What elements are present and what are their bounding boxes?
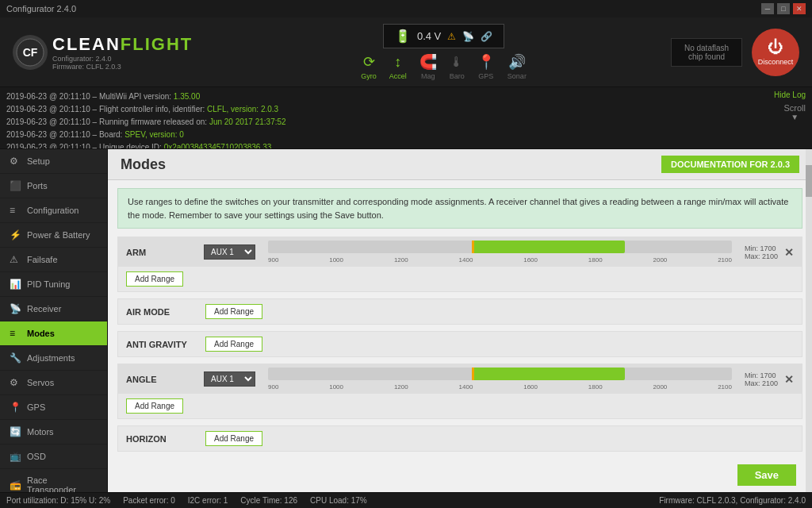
nav-icon: 📺: [10, 451, 21, 462]
scrollbar-track[interactable]: [806, 149, 812, 492]
nav-label: Race Transponder: [27, 475, 98, 492]
scrollbar-thumb[interactable]: [806, 165, 812, 197]
sensor-gyro: ⟳Gyro: [361, 53, 377, 80]
hide-log-button[interactable]: Hide Log: [774, 90, 806, 99]
cycle-time: Cycle Time: 126: [240, 496, 297, 505]
range-max: Max: 2100: [745, 252, 778, 260]
header-right: No dataflash chip found ⏻ Disconnect: [671, 29, 799, 76]
sidebar-item-failsafe[interactable]: ⚠Failsafe: [0, 248, 107, 272]
nav-label: Receiver: [27, 304, 61, 314]
sensor-icon: 🌡: [450, 54, 464, 71]
nav-icon: ⬛: [10, 180, 21, 191]
scale-label: 1400: [459, 383, 473, 391]
logo-text: CLEAN FLIGHT Configurator: 2.4.0 Firmwar…: [52, 34, 193, 71]
scroll-down-icon[interactable]: ▼: [783, 113, 806, 121]
sidebar-item-motors[interactable]: 🔄Motors: [0, 420, 107, 444]
nav-label: Servos: [27, 378, 54, 387]
info-box: Use ranges to define the switches on you…: [117, 188, 802, 229]
sidebar-item-ports[interactable]: ⬛Ports: [0, 174, 107, 198]
sidebar-item-osd[interactable]: 📺OSD: [0, 444, 107, 469]
sensor-label: GPS: [478, 72, 493, 80]
nav-label: GPS: [27, 402, 45, 412]
sidebar-item-setup[interactable]: ⚙Setup: [0, 149, 107, 174]
add-range-button[interactable]: Add Range: [126, 398, 183, 414]
sidebar-item-power-&-battery[interactable]: ⚡Power & Battery: [0, 223, 107, 248]
mode-add-row: Add Range: [118, 394, 802, 418]
sensor-mag: 🧲Mag: [419, 53, 437, 80]
link-icon: 🔗: [481, 31, 492, 42]
sidebar-item-receiver[interactable]: 📡Receiver: [0, 297, 107, 321]
sidebar-item-servos[interactable]: ⚙Servos: [0, 371, 107, 395]
log-entry-1: 2019-06-23 @ 20:11:10 – MultiWii API ver…: [6, 90, 806, 103]
add-range-button[interactable]: Add Range: [205, 431, 262, 446]
mode-name: ARM: [126, 248, 197, 257]
mode-name: ANTI GRAVITY: [126, 340, 197, 349]
sensor-accel: ↕Accel: [389, 54, 407, 80]
mode-close-button[interactable]: ✕: [784, 373, 794, 386]
add-range-button[interactable]: Add Range: [126, 271, 183, 287]
scroll-control[interactable]: Scroll ▼: [783, 103, 806, 121]
slider-track[interactable]: [268, 241, 732, 253]
nav-icon: ⚠: [10, 254, 21, 265]
sidebar-item-race-transponder[interactable]: 📻Race Transponder: [0, 469, 107, 492]
nav-icon: ≡: [10, 205, 21, 216]
aux-select[interactable]: AUX 1AUX 2AUX 3: [204, 244, 255, 260]
main-content[interactable]: Modes DOCUMENTATION FOR 2.0.3 Use ranges…: [108, 149, 812, 492]
sensor-label: Baro: [450, 72, 465, 80]
battery-icon: 🔋: [395, 29, 411, 44]
nav-label: Modes: [27, 329, 55, 338]
statusbar: Port utilization: D: 15% U: 2% Packet er…: [0, 492, 812, 508]
modes-container: ARM AUX 1AUX 2AUX 3 90010001200140016001…: [108, 237, 812, 452]
nav-icon: 📊: [10, 279, 21, 290]
range-min: Min: 1700: [745, 244, 778, 252]
logo-sub2: Firmware: CLFL 2.0.3: [52, 63, 193, 71]
app: CF CLEAN FLIGHT Configurator: 2.4.0 Firm…: [0, 17, 812, 508]
close-button[interactable]: ✕: [793, 3, 806, 14]
scale-label: 900: [268, 383, 278, 391]
sidebar-item-gps[interactable]: 📍GPS: [0, 395, 107, 420]
slider-minmax: Min: 1700 Max: 2100: [745, 371, 778, 387]
nav-label: Power & Battery: [27, 230, 90, 240]
sensor-icon: 📍: [477, 53, 495, 71]
mode-arm: ARM AUX 1AUX 2AUX 3 90010001200140016001…: [117, 237, 802, 292]
page-title: Modes: [121, 156, 166, 173]
documentation-button[interactable]: DOCUMENTATION FOR 2.0.3: [661, 156, 799, 173]
add-range-button[interactable]: Add Range: [205, 337, 262, 352]
sidebar-item-pid-tuning[interactable]: 📊PID Tuning: [0, 272, 107, 297]
sensor-sonar: 🔊Sonar: [508, 53, 527, 80]
sidebar-item-configuration[interactable]: ≡Configuration: [0, 198, 107, 223]
scale-label: 2000: [653, 383, 668, 391]
packet-error: Packet error: 0: [123, 496, 175, 505]
logo-icon: CF: [13, 35, 48, 70]
add-range-button[interactable]: Add Range: [205, 304, 262, 319]
sensor-icon: 🔊: [508, 53, 526, 71]
cpu-load: CPU Load: 17%: [310, 496, 367, 505]
save-button[interactable]: Save: [737, 464, 796, 486]
scale-label: 1600: [523, 256, 538, 264]
voltage-display: 0.4 V: [417, 30, 441, 42]
maximize-button[interactable]: □: [777, 3, 790, 14]
mode-close-button[interactable]: ✕: [784, 246, 794, 259]
nav-label: PID Tuning: [27, 279, 70, 289]
titlebar-controls: ─ □ ✕: [761, 3, 806, 14]
mode-simple-row: HORIZON Add Range: [118, 426, 802, 451]
sidebar-item-adjustments[interactable]: 🔧Adjustments: [0, 346, 107, 371]
sidebar-item-modes[interactable]: ≡Modes: [0, 321, 107, 346]
info-text: Use ranges to define the switches on you…: [128, 197, 788, 220]
scale-label: 900: [268, 256, 278, 264]
disconnect-label: Disconnect: [758, 58, 794, 66]
log-entry-2: 2019-06-23 @ 20:11:10 – Flight controlle…: [6, 103, 806, 116]
aux-select[interactable]: AUX 1AUX 2AUX 3: [204, 371, 255, 387]
disconnect-button[interactable]: ⏻ Disconnect: [752, 29, 799, 76]
nav-icon: ⚙: [10, 156, 21, 167]
body: ⚙Setup⬛Ports≡Configuration⚡Power & Batte…: [0, 149, 812, 492]
slider-track[interactable]: [268, 368, 732, 380]
minimize-button[interactable]: ─: [761, 3, 774, 14]
window-title: Configurator 2.4.0: [6, 4, 76, 13]
dataflash-text: No dataflash chip found: [684, 44, 729, 61]
mode-simple-row: ANTI GRAVITY Add Range: [118, 332, 802, 356]
mode-name: ANGLE: [126, 375, 197, 384]
slider-range: [472, 241, 625, 253]
range-min: Min: 1700: [745, 371, 778, 379]
sensors-bar: ⟳Gyro↕Accel🧲Mag🌡Baro📍GPS🔊Sonar: [361, 53, 527, 80]
